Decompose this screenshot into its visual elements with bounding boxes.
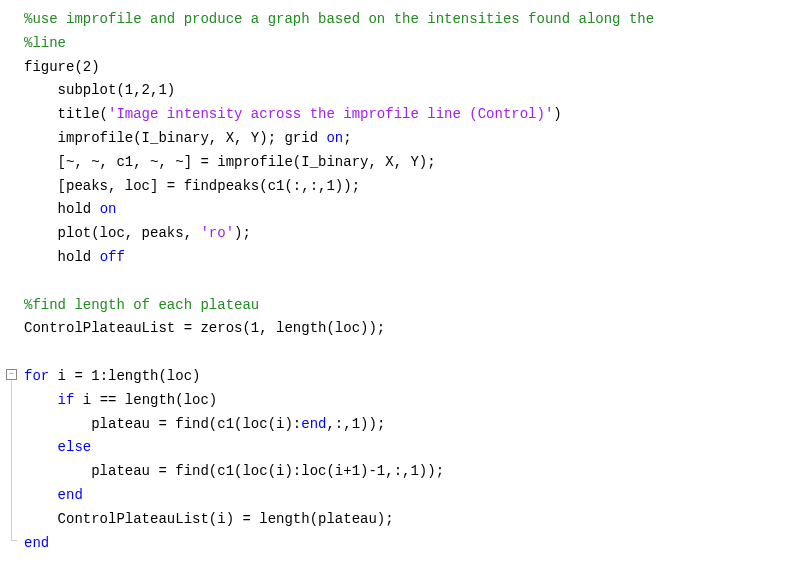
- code-line: else: [24, 436, 800, 460]
- code-line: hold on: [24, 198, 800, 222]
- code-line: %find length of each plateau: [24, 294, 800, 318]
- code-line: for i = 1:length(loc): [24, 365, 800, 389]
- fold-guide-line: [11, 380, 12, 540]
- code-line: end: [24, 484, 800, 508]
- comment-text: %find length of each plateau: [24, 297, 259, 313]
- keyword-else: else: [58, 439, 92, 455]
- code-editor[interactable]: %use improfile and produce a graph based…: [0, 0, 800, 563]
- fold-minus-icon: −: [9, 370, 14, 379]
- code-line: ControlPlateauList(i) = length(plateau);: [24, 508, 800, 532]
- code-line: improfile(I_binary, X, Y); grid on;: [24, 127, 800, 151]
- code-line: %use improfile and produce a graph based…: [24, 8, 800, 32]
- keyword-end: end: [301, 416, 326, 432]
- code-line: [~, ~, c1, ~, ~] = improfile(I_binary, X…: [24, 151, 800, 175]
- keyword-for: for: [24, 368, 49, 384]
- string-literal: 'ro': [200, 225, 234, 241]
- code-line: if i == length(loc): [24, 389, 800, 413]
- comment-text: %line: [24, 35, 66, 51]
- code-line: %line: [24, 32, 800, 56]
- keyword-if: if: [58, 392, 75, 408]
- keyword: off: [100, 249, 125, 265]
- code-line: plateau = find(c1(loc(i):loc(i+1)-1,:,1)…: [24, 460, 800, 484]
- fold-toggle-for[interactable]: −: [6, 369, 17, 380]
- keyword-end: end: [58, 487, 83, 503]
- comment-text: %use improfile and produce a graph based…: [24, 11, 654, 27]
- code-line: plateau = find(c1(loc(i):end,:,1));: [24, 413, 800, 437]
- code-line: ControlPlateauList = zeros(1, length(loc…: [24, 317, 800, 341]
- code-line: title('Image intensity across the improf…: [24, 103, 800, 127]
- keyword: on: [100, 201, 117, 217]
- code-line: plot(loc, peaks, 'ro');: [24, 222, 800, 246]
- code-line: [24, 341, 800, 365]
- string-literal: 'Image intensity across the improfile li…: [108, 106, 553, 122]
- fold-end-marker: [11, 540, 17, 541]
- code-line: end: [24, 532, 800, 556]
- code-line: hold off: [24, 246, 800, 270]
- keyword-end: end: [24, 535, 49, 551]
- code-line: [peaks, loc] = findpeaks(c1(:,:,1));: [24, 175, 800, 199]
- code-line: subplot(1,2,1): [24, 79, 800, 103]
- code-line: figure(2): [24, 56, 800, 80]
- code-line: [24, 270, 800, 294]
- keyword: on: [326, 130, 343, 146]
